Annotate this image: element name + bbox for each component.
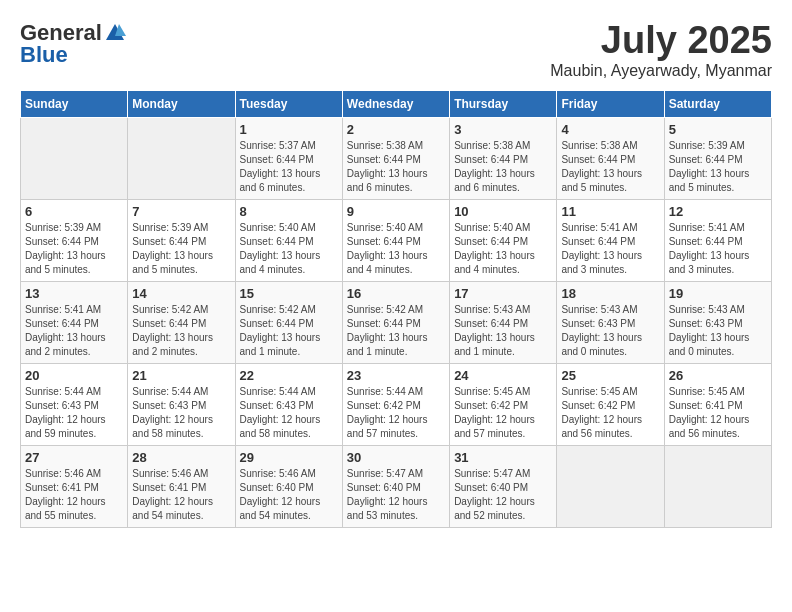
day-number: 7	[132, 204, 230, 219]
day-number: 8	[240, 204, 338, 219]
day-number: 1	[240, 122, 338, 137]
day-number: 23	[347, 368, 445, 383]
header-row: SundayMondayTuesdayWednesdayThursdayFrid…	[21, 90, 772, 117]
week-row-4: 20Sunrise: 5:44 AM Sunset: 6:43 PM Dayli…	[21, 363, 772, 445]
calendar-cell: 21Sunrise: 5:44 AM Sunset: 6:43 PM Dayli…	[128, 363, 235, 445]
day-number: 3	[454, 122, 552, 137]
day-number: 24	[454, 368, 552, 383]
day-info: Sunrise: 5:42 AM Sunset: 6:44 PM Dayligh…	[240, 303, 338, 359]
day-info: Sunrise: 5:43 AM Sunset: 6:43 PM Dayligh…	[561, 303, 659, 359]
calendar-cell: 9Sunrise: 5:40 AM Sunset: 6:44 PM Daylig…	[342, 199, 449, 281]
calendar-cell	[664, 445, 771, 527]
calendar-cell: 19Sunrise: 5:43 AM Sunset: 6:43 PM Dayli…	[664, 281, 771, 363]
day-number: 15	[240, 286, 338, 301]
logo-blue-text: Blue	[20, 42, 68, 68]
calendar-cell	[21, 117, 128, 199]
day-info: Sunrise: 5:41 AM Sunset: 6:44 PM Dayligh…	[561, 221, 659, 277]
day-info: Sunrise: 5:46 AM Sunset: 6:40 PM Dayligh…	[240, 467, 338, 523]
calendar-header: SundayMondayTuesdayWednesdayThursdayFrid…	[21, 90, 772, 117]
day-info: Sunrise: 5:45 AM Sunset: 6:41 PM Dayligh…	[669, 385, 767, 441]
week-row-3: 13Sunrise: 5:41 AM Sunset: 6:44 PM Dayli…	[21, 281, 772, 363]
calendar-cell	[557, 445, 664, 527]
day-number: 17	[454, 286, 552, 301]
day-number: 11	[561, 204, 659, 219]
calendar-cell: 15Sunrise: 5:42 AM Sunset: 6:44 PM Dayli…	[235, 281, 342, 363]
day-info: Sunrise: 5:39 AM Sunset: 6:44 PM Dayligh…	[25, 221, 123, 277]
day-info: Sunrise: 5:42 AM Sunset: 6:44 PM Dayligh…	[132, 303, 230, 359]
calendar-cell: 17Sunrise: 5:43 AM Sunset: 6:44 PM Dayli…	[450, 281, 557, 363]
calendar-cell: 3Sunrise: 5:38 AM Sunset: 6:44 PM Daylig…	[450, 117, 557, 199]
logo: General Blue	[20, 20, 126, 68]
day-header-thursday: Thursday	[450, 90, 557, 117]
day-number: 2	[347, 122, 445, 137]
day-info: Sunrise: 5:38 AM Sunset: 6:44 PM Dayligh…	[454, 139, 552, 195]
day-header-saturday: Saturday	[664, 90, 771, 117]
calendar-cell: 12Sunrise: 5:41 AM Sunset: 6:44 PM Dayli…	[664, 199, 771, 281]
calendar-cell: 5Sunrise: 5:39 AM Sunset: 6:44 PM Daylig…	[664, 117, 771, 199]
day-number: 22	[240, 368, 338, 383]
day-number: 6	[25, 204, 123, 219]
day-number: 20	[25, 368, 123, 383]
day-info: Sunrise: 5:41 AM Sunset: 6:44 PM Dayligh…	[25, 303, 123, 359]
day-info: Sunrise: 5:42 AM Sunset: 6:44 PM Dayligh…	[347, 303, 445, 359]
calendar-cell: 22Sunrise: 5:44 AM Sunset: 6:43 PM Dayli…	[235, 363, 342, 445]
calendar-cell: 29Sunrise: 5:46 AM Sunset: 6:40 PM Dayli…	[235, 445, 342, 527]
day-number: 27	[25, 450, 123, 465]
day-header-sunday: Sunday	[21, 90, 128, 117]
day-info: Sunrise: 5:39 AM Sunset: 6:44 PM Dayligh…	[669, 139, 767, 195]
week-row-2: 6Sunrise: 5:39 AM Sunset: 6:44 PM Daylig…	[21, 199, 772, 281]
week-row-5: 27Sunrise: 5:46 AM Sunset: 6:41 PM Dayli…	[21, 445, 772, 527]
day-info: Sunrise: 5:46 AM Sunset: 6:41 PM Dayligh…	[132, 467, 230, 523]
calendar-cell: 2Sunrise: 5:38 AM Sunset: 6:44 PM Daylig…	[342, 117, 449, 199]
day-number: 29	[240, 450, 338, 465]
day-number: 28	[132, 450, 230, 465]
day-info: Sunrise: 5:44 AM Sunset: 6:43 PM Dayligh…	[240, 385, 338, 441]
main-title: July 2025	[550, 20, 772, 62]
day-info: Sunrise: 5:40 AM Sunset: 6:44 PM Dayligh…	[454, 221, 552, 277]
day-header-friday: Friday	[557, 90, 664, 117]
day-header-monday: Monday	[128, 90, 235, 117]
day-info: Sunrise: 5:38 AM Sunset: 6:44 PM Dayligh…	[347, 139, 445, 195]
title-area: July 2025 Maubin, Ayeyarwady, Myanmar	[550, 20, 772, 80]
logo-icon	[104, 22, 126, 44]
day-info: Sunrise: 5:39 AM Sunset: 6:44 PM Dayligh…	[132, 221, 230, 277]
calendar-cell	[128, 117, 235, 199]
calendar-cell: 7Sunrise: 5:39 AM Sunset: 6:44 PM Daylig…	[128, 199, 235, 281]
location-subtitle: Maubin, Ayeyarwady, Myanmar	[550, 62, 772, 80]
day-number: 25	[561, 368, 659, 383]
calendar-cell: 24Sunrise: 5:45 AM Sunset: 6:42 PM Dayli…	[450, 363, 557, 445]
day-info: Sunrise: 5:43 AM Sunset: 6:43 PM Dayligh…	[669, 303, 767, 359]
calendar-cell: 10Sunrise: 5:40 AM Sunset: 6:44 PM Dayli…	[450, 199, 557, 281]
page-header: General Blue July 2025 Maubin, Ayeyarwad…	[20, 20, 772, 80]
calendar-cell: 14Sunrise: 5:42 AM Sunset: 6:44 PM Dayli…	[128, 281, 235, 363]
week-row-1: 1Sunrise: 5:37 AM Sunset: 6:44 PM Daylig…	[21, 117, 772, 199]
day-info: Sunrise: 5:47 AM Sunset: 6:40 PM Dayligh…	[347, 467, 445, 523]
calendar-cell: 1Sunrise: 5:37 AM Sunset: 6:44 PM Daylig…	[235, 117, 342, 199]
day-info: Sunrise: 5:40 AM Sunset: 6:44 PM Dayligh…	[347, 221, 445, 277]
day-info: Sunrise: 5:41 AM Sunset: 6:44 PM Dayligh…	[669, 221, 767, 277]
calendar-cell: 28Sunrise: 5:46 AM Sunset: 6:41 PM Dayli…	[128, 445, 235, 527]
calendar-cell: 6Sunrise: 5:39 AM Sunset: 6:44 PM Daylig…	[21, 199, 128, 281]
calendar-table: SundayMondayTuesdayWednesdayThursdayFrid…	[20, 90, 772, 528]
day-info: Sunrise: 5:45 AM Sunset: 6:42 PM Dayligh…	[561, 385, 659, 441]
day-number: 12	[669, 204, 767, 219]
calendar-cell: 30Sunrise: 5:47 AM Sunset: 6:40 PM Dayli…	[342, 445, 449, 527]
day-info: Sunrise: 5:44 AM Sunset: 6:43 PM Dayligh…	[25, 385, 123, 441]
day-info: Sunrise: 5:43 AM Sunset: 6:44 PM Dayligh…	[454, 303, 552, 359]
calendar-cell: 11Sunrise: 5:41 AM Sunset: 6:44 PM Dayli…	[557, 199, 664, 281]
calendar-cell: 8Sunrise: 5:40 AM Sunset: 6:44 PM Daylig…	[235, 199, 342, 281]
calendar-body: 1Sunrise: 5:37 AM Sunset: 6:44 PM Daylig…	[21, 117, 772, 527]
day-number: 10	[454, 204, 552, 219]
day-info: Sunrise: 5:45 AM Sunset: 6:42 PM Dayligh…	[454, 385, 552, 441]
day-number: 31	[454, 450, 552, 465]
day-number: 30	[347, 450, 445, 465]
day-number: 21	[132, 368, 230, 383]
calendar-cell: 23Sunrise: 5:44 AM Sunset: 6:42 PM Dayli…	[342, 363, 449, 445]
calendar-cell: 4Sunrise: 5:38 AM Sunset: 6:44 PM Daylig…	[557, 117, 664, 199]
calendar-cell: 27Sunrise: 5:46 AM Sunset: 6:41 PM Dayli…	[21, 445, 128, 527]
calendar-cell: 20Sunrise: 5:44 AM Sunset: 6:43 PM Dayli…	[21, 363, 128, 445]
day-number: 4	[561, 122, 659, 137]
day-info: Sunrise: 5:44 AM Sunset: 6:42 PM Dayligh…	[347, 385, 445, 441]
calendar-cell: 26Sunrise: 5:45 AM Sunset: 6:41 PM Dayli…	[664, 363, 771, 445]
calendar-cell: 31Sunrise: 5:47 AM Sunset: 6:40 PM Dayli…	[450, 445, 557, 527]
